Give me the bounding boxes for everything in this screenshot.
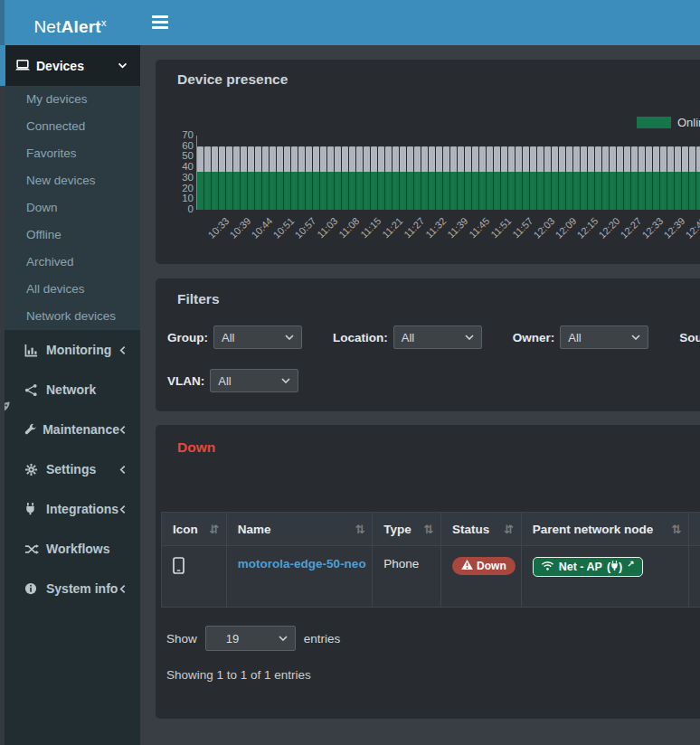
presence-bar[interactable]: [610, 146, 616, 210]
presence-bar[interactable]: [639, 146, 645, 210]
sidebar-item-network[interactable]: Network: [0, 370, 140, 410]
presence-bar[interactable]: [487, 146, 493, 210]
parent-node-badge[interactable]: Net - AP()↗: [533, 557, 643, 577]
sort-amount-icon[interactable]: ⇵: [200, 523, 219, 536]
sort-amount-icon[interactable]: ⇵: [495, 523, 514, 536]
presence-bar[interactable]: [552, 146, 558, 210]
presence-bar[interactable]: [595, 146, 601, 210]
column-header-type[interactable]: Type⇅: [373, 513, 441, 546]
page-size-select[interactable]: 19: [205, 626, 296, 651]
presence-bar[interactable]: [530, 146, 536, 210]
column-header-icon[interactable]: Icon⇵: [162, 513, 227, 546]
presence-bar[interactable]: [226, 146, 232, 210]
presence-bar[interactable]: [653, 146, 659, 210]
sidebar-item-integrations[interactable]: Integrations: [0, 489, 140, 529]
sort-arrows-icon[interactable]: ⇅: [414, 523, 433, 536]
presence-bar[interactable]: [219, 146, 225, 210]
scroll-strip-bottom[interactable]: [0, 86, 5, 745]
presence-bar[interactable]: [617, 146, 623, 210]
presence-bar[interactable]: [349, 146, 355, 210]
presence-bar[interactable]: [660, 146, 667, 210]
filter-select[interactable]: All: [393, 325, 482, 349]
column-header-parent-network-node[interactable]: Parent network node⇅: [521, 513, 688, 546]
filter-select[interactable]: All: [560, 325, 648, 349]
presence-bar[interactable]: [197, 146, 203, 210]
sidebar-subitem-my-devices[interactable]: My devices: [0, 86, 140, 113]
filter-select[interactable]: All: [213, 325, 302, 349]
sidebar-item-monitoring[interactable]: Monitoring: [0, 330, 140, 370]
presence-bar[interactable]: [356, 146, 363, 210]
presence-bar[interactable]: [479, 146, 486, 210]
presence-bar[interactable]: [624, 146, 630, 210]
column-header-name[interactable]: Name⇅: [226, 513, 372, 546]
presence-bar[interactable]: [407, 146, 413, 210]
presence-bar[interactable]: [494, 146, 500, 210]
presence-bar[interactable]: [501, 146, 507, 210]
presence-bar[interactable]: [255, 146, 261, 210]
presence-bar[interactable]: [371, 146, 377, 210]
presence-bar[interactable]: [342, 146, 348, 210]
sidebar-item-system-info[interactable]: System info: [0, 569, 140, 608]
sort-arrows-icon[interactable]: ⇅: [345, 523, 364, 536]
sort-arrows-icon[interactable]: ⇅: [662, 523, 681, 536]
presence-bar[interactable]: [429, 146, 435, 210]
sidebar-subitem-down[interactable]: Down: [0, 194, 140, 222]
sidebar-item-settings[interactable]: Settings: [0, 449, 140, 489]
presence-bar[interactable]: [414, 146, 421, 210]
presence-bar[interactable]: [378, 146, 384, 210]
presence-bar[interactable]: [306, 146, 312, 210]
sidebar-subitem-network-devices[interactable]: Network devices: [0, 303, 140, 330]
presence-bar[interactable]: [573, 146, 580, 210]
presence-bar[interactable]: [523, 146, 529, 210]
device-name-link[interactable]: motorola-edge-50-neo: [238, 557, 366, 571]
filter-select[interactable]: All: [210, 369, 298, 392]
sidebar-subitem-offline[interactable]: Offline: [0, 222, 140, 249]
sidebar-subitem-all-devices[interactable]: All devices: [0, 276, 140, 303]
presence-bar[interactable]: [204, 146, 211, 210]
sidebar-subitem-connected[interactable]: Connected: [0, 113, 140, 140]
presence-bar[interactable]: [248, 146, 254, 210]
sidebar-item-workflows[interactable]: Workflows: [0, 529, 140, 569]
presence-bar[interactable]: [458, 146, 464, 210]
hamburger-menu-icon[interactable]: [152, 15, 168, 29]
presence-bar[interactable]: [450, 146, 457, 210]
presence-bar[interactable]: [400, 146, 406, 210]
presence-bar[interactable]: [313, 146, 319, 210]
sidebar-subitem-favorites[interactable]: Favorites: [0, 140, 140, 167]
presence-bar[interactable]: [212, 146, 218, 210]
presence-bar[interactable]: [472, 146, 478, 210]
presence-bar[interactable]: [335, 146, 341, 210]
sidebar-subitem-new-devices[interactable]: New devices: [0, 167, 140, 194]
presence-bar[interactable]: [270, 146, 276, 210]
chart-plot-area[interactable]: [196, 136, 700, 210]
presence-bar[interactable]: [241, 146, 247, 210]
sidebar-subitem-archived[interactable]: Archived: [0, 249, 140, 276]
presence-bar[interactable]: [436, 146, 442, 210]
presence-bar[interactable]: [516, 146, 522, 210]
presence-bar[interactable]: [544, 146, 551, 210]
presence-bar[interactable]: [320, 146, 326, 210]
presence-bar[interactable]: [646, 146, 652, 210]
presence-bar[interactable]: [682, 146, 688, 210]
presence-bar[interactable]: [566, 146, 572, 210]
sidebar-item-devices[interactable]: Devices: [0, 45, 140, 86]
presence-bar[interactable]: [298, 146, 305, 210]
presence-bar[interactable]: [675, 146, 681, 210]
presence-bar[interactable]: [696, 146, 700, 210]
presence-bar[interactable]: [262, 146, 269, 210]
presence-bar[interactable]: [327, 146, 334, 210]
presence-bar[interactable]: [667, 146, 674, 210]
presence-bar[interactable]: [233, 146, 240, 210]
presence-bar[interactable]: [508, 146, 515, 210]
presence-bar[interactable]: [581, 146, 587, 210]
presence-bar[interactable]: [537, 146, 544, 210]
presence-bar[interactable]: [277, 146, 283, 210]
presence-bar[interactable]: [588, 146, 594, 210]
presence-bar[interactable]: [689, 146, 695, 210]
presence-bar[interactable]: [421, 146, 428, 210]
app-logo[interactable]: NetAlertx: [0, 0, 140, 45]
presence-bar[interactable]: [385, 146, 392, 210]
presence-bar[interactable]: [364, 146, 370, 210]
presence-bar[interactable]: [443, 146, 449, 210]
presence-bar[interactable]: [291, 146, 298, 210]
